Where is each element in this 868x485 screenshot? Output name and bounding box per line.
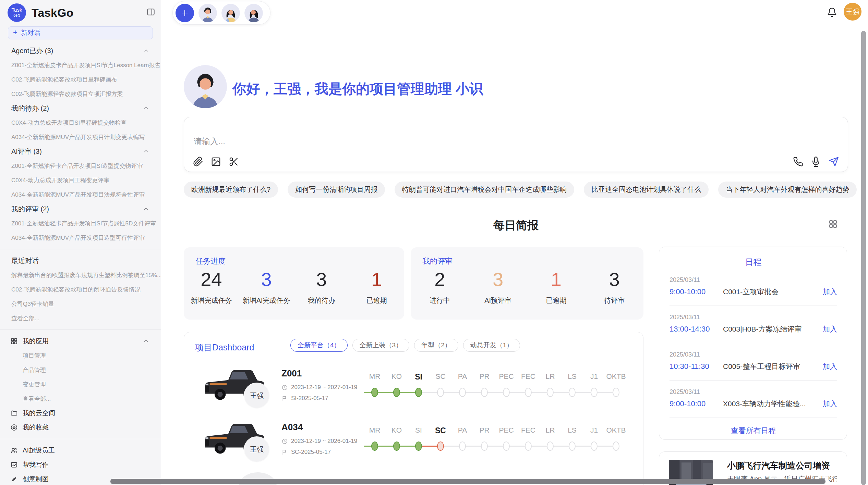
screenshot-scissors-icon[interactable] bbox=[229, 157, 239, 167]
taskgo-app: Task Go TaskGo + 新对话 Agent已办 (3)Z001-全新燃… bbox=[0, 0, 868, 485]
event-divider bbox=[670, 418, 837, 418]
sidebar-item[interactable]: Z001-全新燃油皮卡产品开发项目SI节点Lesson Learn报告 bbox=[0, 58, 161, 72]
milestone-dot bbox=[459, 388, 466, 397]
schedule-title: 日程 bbox=[670, 257, 837, 268]
notification-bell-icon[interactable] bbox=[827, 7, 837, 17]
stat-item: 2进行中 bbox=[411, 269, 469, 305]
suggestion-chip[interactable]: 比亚迪全固态电池计划具体说了什么 bbox=[584, 182, 709, 198]
add-agent-button[interactable] bbox=[176, 4, 194, 22]
sidebar-item-write[interactable]: 帮我写作 bbox=[0, 458, 161, 472]
app-item[interactable]: 变更管理 bbox=[0, 377, 161, 391]
task-progress-card: 任务进度24新增完成任务3新增AI完成任务3我的待办1已逾期 bbox=[184, 247, 404, 320]
suggestion-chip[interactable]: 特朗普可能对进口汽车增税会对中国车企造成哪些影响 bbox=[395, 182, 574, 198]
recent-chat-item[interactable]: C02-飞腾新能源轻客改款项目的闭环通告反馈情况 bbox=[0, 282, 161, 297]
dashboard-filter-chip[interactable]: 动总开发（1） bbox=[463, 339, 520, 352]
sidebar-item[interactable]: Z001-全新燃油轻卡产品开发项目SI节点属性5D文件评审 bbox=[0, 216, 161, 231]
milestone-label: PR bbox=[473, 372, 495, 382]
microphone-icon[interactable] bbox=[811, 157, 821, 167]
new-chat-button[interactable]: + 新对话 bbox=[8, 26, 153, 39]
greeting-title: 你好，王强，我是你的项目管理助理 小识 bbox=[232, 79, 483, 98]
sidebar-item[interactable]: A034-全新新能源MUV产品开发项目法规符合性评审 bbox=[0, 187, 161, 202]
sidebar-section-title: 我的评审 (2) bbox=[11, 204, 49, 214]
flag-icon bbox=[281, 395, 288, 402]
stat-item: 1已逾期 bbox=[527, 269, 586, 305]
sidebar-section-header[interactable]: Agent已办 (3) bbox=[0, 43, 161, 58]
sidebar-item[interactable]: C0X4-动力总成开发项目工程变更评审 bbox=[0, 173, 161, 187]
dashboard-filter-chip[interactable]: 全新上装（3） bbox=[352, 339, 410, 352]
milestone-label: SC bbox=[430, 426, 451, 435]
milestone-dot bbox=[503, 442, 510, 451]
suggestion-chip[interactable]: 当下年轻人对汽车外观有怎样的喜好趋势 bbox=[718, 182, 857, 198]
sidebar-item[interactable]: Z001-全新燃油轻卡产品开发项目SI造型提交物评审 bbox=[0, 159, 161, 173]
milestone-dot bbox=[481, 388, 488, 397]
sidebar-item[interactable]: C02-飞腾新能源轻客改款项目立项汇报方案 bbox=[0, 87, 161, 101]
agent-avatar[interactable] bbox=[244, 4, 263, 22]
layout-grid-icon[interactable] bbox=[828, 219, 838, 229]
milestone-dot bbox=[613, 442, 619, 451]
stat-item: 3我的待办 bbox=[294, 269, 349, 305]
sidebar-item[interactable]: A034-全新新能源MUV产品开发项目计划变更表编写 bbox=[0, 130, 161, 144]
event-divider bbox=[670, 343, 837, 343]
dashboard-filter-chip[interactable]: 全新平台（4） bbox=[290, 339, 348, 352]
sidebar-section-header[interactable]: AI评审 (3) bbox=[0, 144, 161, 159]
sidebar-collapse-icon[interactable] bbox=[146, 8, 155, 16]
join-meeting-link[interactable]: 加入 bbox=[823, 287, 837, 297]
voice-call-icon[interactable] bbox=[793, 157, 803, 167]
recent-chat-item[interactable]: 解释最新出台的欧盟报废车法规再生塑料比例被调至15%... bbox=[0, 268, 161, 282]
sidebar-item-my-apps[interactable]: 我的应用 bbox=[0, 334, 161, 348]
project-owner-badge: 王强 bbox=[244, 383, 270, 409]
horizontal-scrollbar[interactable] bbox=[110, 479, 825, 484]
schedule-event: 10:30-11:30C005-整车工程目标评审加入 bbox=[670, 361, 837, 372]
milestone-dot bbox=[459, 442, 466, 451]
suggestion-chip[interactable]: 如何写一份清晰的项目周报 bbox=[288, 182, 385, 198]
schedule-event: 9:00-10:00X003-车辆动力学性能验...加入 bbox=[670, 399, 837, 409]
stat-label: 进行中 bbox=[411, 296, 469, 305]
stat-card-title: 任务进度 bbox=[195, 256, 226, 266]
event-date: 2025/03/11 bbox=[670, 388, 837, 396]
milestone-dot bbox=[613, 388, 619, 397]
milestone-label: MR bbox=[364, 426, 386, 435]
milestone-label: SC bbox=[430, 372, 451, 382]
app-item[interactable]: 项目管理 bbox=[0, 348, 161, 363]
image-upload-icon[interactable] bbox=[211, 157, 221, 167]
suggestion-chip[interactable]: 欧洲新规最近颁布了什么? bbox=[184, 182, 278, 198]
divider bbox=[0, 439, 161, 439]
vertical-scrollbar[interactable] bbox=[861, 31, 866, 485]
sidebar-item[interactable]: C02-飞腾新能源轻客改款项目里程碑画布 bbox=[0, 72, 161, 87]
stat-item: 3AI预评审 bbox=[469, 269, 527, 305]
sidebar-section-header[interactable]: 我的待办 (2) bbox=[0, 101, 161, 115]
sidebar-item-favorites[interactable]: 我的收藏 bbox=[0, 420, 161, 435]
user-avatar[interactable]: 王强 bbox=[844, 3, 861, 21]
agent-avatar[interactable] bbox=[198, 4, 217, 22]
recent-chat-item[interactable]: 查看全部... bbox=[0, 311, 161, 325]
my-review-card: 我的评审2进行中3AI预评审1已逾期3待评审 bbox=[411, 247, 643, 320]
app-item[interactable]: 查看全部... bbox=[0, 391, 161, 406]
clock-icon bbox=[281, 384, 288, 391]
sidebar-section-header[interactable]: 我的评审 (2) bbox=[0, 202, 161, 216]
view-all-schedule-link[interactable]: 查看所有日程 bbox=[670, 426, 837, 436]
milestone-label: KO bbox=[386, 426, 408, 435]
chevron-up-icon bbox=[143, 105, 149, 111]
flag-icon bbox=[281, 449, 288, 456]
daily-brief-title: 每日简报 bbox=[184, 218, 848, 233]
dashboard-filter-chip[interactable]: 年型（2） bbox=[414, 339, 458, 352]
agent-avatar[interactable] bbox=[221, 4, 240, 22]
recent-chat-item[interactable]: 公司Q3轻卡销量 bbox=[0, 297, 161, 311]
stat-value: 1 bbox=[527, 269, 586, 290]
divider bbox=[0, 249, 161, 249]
send-icon[interactable] bbox=[829, 157, 839, 167]
join-meeting-link[interactable]: 加入 bbox=[823, 324, 837, 334]
join-meeting-link[interactable]: 加入 bbox=[823, 362, 837, 371]
event-time: 13:00-14:30 bbox=[670, 325, 721, 334]
new-chat-label: 新对话 bbox=[21, 28, 40, 37]
sidebar-item-people[interactable]: AI超级员工 bbox=[0, 443, 161, 458]
sidebar-item-cloud-space[interactable]: 我的云空间 bbox=[0, 406, 161, 420]
flag-text: SI-2025-05-17 bbox=[291, 395, 328, 402]
join-meeting-link[interactable]: 加入 bbox=[823, 399, 837, 409]
sidebar-item[interactable]: C0X4-动力总成开发项目SI里程碑提交物检查 bbox=[0, 115, 161, 130]
app-item[interactable]: 产品管理 bbox=[0, 363, 161, 377]
stat-grid: 2进行中3AI预评审1已逾期3待评审 bbox=[411, 269, 643, 305]
chat-input[interactable] bbox=[193, 136, 707, 147]
sidebar-item[interactable]: A034-全新新能源MUV产品开发项目造型可行性评审 bbox=[0, 231, 161, 245]
attachment-icon[interactable] bbox=[193, 157, 203, 167]
